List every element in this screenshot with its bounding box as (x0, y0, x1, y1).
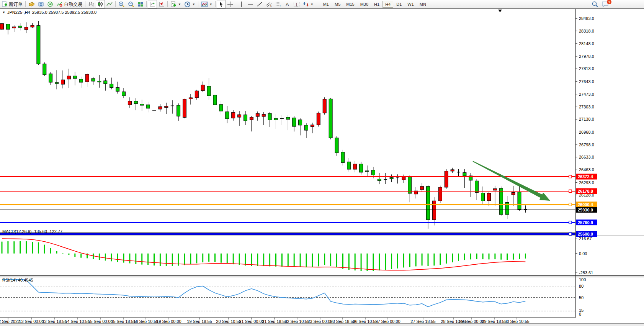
timeframe-H4[interactable]: H4 (382, 1, 393, 8)
book-button[interactable] (27, 0, 36, 8)
search-icon[interactable] (592, 1, 598, 8)
chart-canvas[interactable]: 28483.028318.028148.027978.027813.027643… (0, 0, 644, 326)
bar-chart-button[interactable] (87, 0, 96, 8)
horizontal-line-button[interactable] (246, 0, 255, 8)
candles-layer (0, 21, 527, 229)
svg-text:26293.0: 26293.0 (579, 180, 594, 185)
svg-text:27813.0: 27813.0 (579, 66, 594, 71)
timeframe-MN[interactable]: MN (417, 1, 429, 8)
svg-text:26000.4: 26000.4 (578, 202, 593, 207)
status-strip (0, 323, 644, 326)
timeframe-H1[interactable]: H1 (371, 1, 382, 8)
chat-button[interactable]: 1 (602, 1, 609, 8)
periods-icon (184, 1, 191, 8)
separator (25, 1, 26, 7)
chevron-down-icon: ▼ (209, 3, 212, 6)
svg-text:28148.0: 28148.0 (579, 41, 594, 46)
zoom-in-button[interactable] (117, 0, 126, 8)
crosshair-icon (227, 1, 233, 7)
notification-badge: 1 (607, 0, 611, 4)
svg-text:F: F (280, 5, 281, 7)
auto-scroll-icon (149, 1, 155, 7)
vertical-line-button[interactable] (237, 0, 246, 8)
cursor-button[interactable] (217, 0, 226, 8)
svg-text:E: E (270, 5, 272, 7)
toolbar-right-group: 1 (592, 1, 644, 8)
line-chart-icon (106, 1, 113, 7)
symbol-period-label: JPN225-,H4 (7, 10, 30, 15)
indicators-button[interactable]: ▼ (169, 0, 183, 8)
timeframe-M1[interactable]: M1 (320, 1, 332, 8)
shapes-icon (303, 1, 309, 7)
timeframe-W1[interactable]: W1 (405, 1, 417, 8)
level-line-25608.0 (0, 233, 575, 235)
candle-chart-icon (97, 1, 103, 7)
price-axis[interactable]: 28483.028318.028148.027978.027813.027643… (575, 16, 597, 316)
line-chart-button[interactable] (105, 0, 114, 8)
rsi-indicator-label: RSI(14) 40.4545 (2, 278, 33, 282)
svg-text:216.67: 216.67 (579, 236, 592, 241)
separator (167, 1, 168, 7)
chevron-down-icon: ▼ (311, 3, 314, 6)
svg-text:0: 0 (579, 312, 581, 316)
template-icon (201, 1, 208, 7)
pane-separators[interactable] (0, 9, 644, 318)
svg-text:27138.0: 27138.0 (579, 117, 594, 121)
svg-text:26372.4: 26372.4 (578, 174, 593, 179)
level-handle (569, 190, 572, 192)
time-axis[interactable]: 12 Sep 202213 Sep 00:0013 Sep 18:5514 Se… (0, 318, 530, 324)
timeframe-M30[interactable]: M30 (358, 1, 371, 8)
svg-text:26798.0: 26798.0 (579, 143, 594, 147)
price-level-lines[interactable] (0, 175, 575, 235)
candle-chart-button[interactable] (96, 0, 105, 8)
new-order-button[interactable]: 新订单 (0, 0, 24, 8)
separator (215, 1, 216, 7)
auto-trading-label: 自动交易 (64, 1, 82, 8)
auto-trading-button[interactable]: 自动交易 (55, 0, 84, 8)
level-handle (569, 175, 572, 178)
svg-text:28483.0: 28483.0 (579, 16, 594, 21)
zoom-out-button[interactable] (126, 0, 136, 8)
text-button[interactable]: A (283, 0, 292, 8)
timeframe-M15[interactable]: M15 (343, 1, 357, 8)
tile-windows-icon (137, 1, 144, 7)
vertical-line-icon (239, 1, 244, 7)
svg-text:27303.0: 27303.0 (579, 105, 594, 109)
timeframe-M5[interactable]: M5 (332, 1, 343, 8)
separator (198, 1, 198, 7)
svg-text:26968.0: 26968.0 (579, 130, 594, 134)
svg-text:25608.0: 25608.0 (578, 232, 593, 236)
level-handle (569, 203, 572, 206)
tile-windows-button[interactable] (136, 0, 145, 8)
text-icon: A (285, 1, 290, 7)
zo­om-in-icon (118, 1, 125, 8)
profile-button[interactable] (36, 0, 46, 8)
book-icon (28, 1, 35, 7)
zoom-out-icon (128, 1, 134, 8)
svg-text:0.00: 0.00 (579, 251, 587, 256)
signal-button[interactable] (46, 0, 55, 8)
chart-shift-button[interactable] (157, 0, 166, 8)
channel-button[interactable]: E (264, 0, 274, 8)
rsi-line (2, 279, 525, 307)
svg-text:27473.0: 27473.0 (579, 92, 594, 97)
trend-line-button[interactable] (255, 0, 264, 8)
periods-button[interactable]: ▼ (183, 0, 197, 8)
svg-text:50: 50 (579, 295, 584, 300)
level-handle (569, 233, 572, 235)
level-handle (569, 221, 572, 224)
svg-text:26463.0: 26463.0 (579, 167, 594, 172)
crosshair-button[interactable] (226, 0, 235, 8)
annotations[interactable] (473, 10, 551, 201)
fibonacci-button[interactable]: F (274, 0, 283, 8)
channel-icon: E (266, 1, 272, 7)
rsi-pane (0, 279, 575, 311)
expand-triangle-icon[interactable]: ▼ (2, 11, 5, 14)
horizontal-line-icon (247, 1, 253, 7)
auto-trading-icon (56, 1, 63, 7)
text-label-button[interactable]: T (292, 0, 301, 8)
template-button[interactable]: ▼ (199, 0, 214, 8)
timeframe-D1[interactable]: D1 (394, 1, 404, 8)
shapes-button[interactable]: ▼ (301, 0, 315, 8)
auto-scroll-button[interactable] (148, 0, 157, 8)
